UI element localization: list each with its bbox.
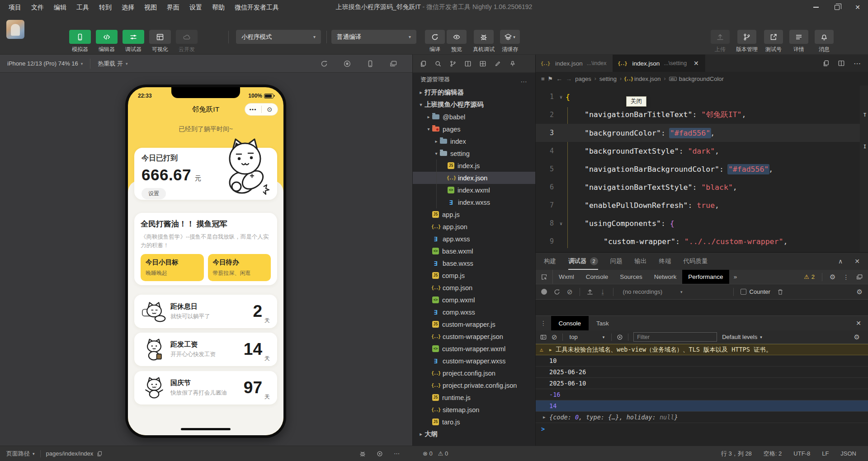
tree-item-comp.wxss[interactable]: ∃comp.wxss [413, 306, 535, 318]
expand-icon[interactable]: ▶ [543, 415, 545, 419]
page-path-selector[interactable]: 页面路径▾ [6, 450, 35, 458]
record-icon[interactable] [541, 289, 547, 295]
simulator-refresh-icon[interactable] [321, 60, 328, 67]
action-详情[interactable]: 详情 [789, 30, 808, 53]
perf-settings-icon[interactable]: ⚙ [857, 288, 863, 296]
open-changes-icon[interactable] [823, 60, 829, 66]
countdown-card[interactable]: 距发工资开开心心快发工资14天 [134, 333, 277, 366]
language-mode[interactable]: JSON [840, 450, 856, 457]
tree-item-打开的编辑器[interactable]: ▸打开的编辑器 [413, 86, 535, 99]
console-log[interactable]: ⚠▶工具未校验合法域名、web-view（业务域名）、TLS 版本以及 HTTP… [536, 344, 868, 446]
problems-counts[interactable]: ⊗ 0 ⚠ 0 [423, 450, 448, 457]
expand-icon[interactable]: ▶ [549, 348, 552, 352]
menu-视图[interactable]: 视图 [139, 0, 162, 14]
split-editor-icon[interactable] [465, 61, 471, 67]
console-row-3[interactable]: 2025-06-10 [536, 378, 868, 389]
hot-reload-toggle[interactable]: 热重载 开▾ [98, 60, 135, 68]
drawer-tab-Task[interactable]: Task [589, 316, 617, 330]
save-profile-icon[interactable]: ⭳ [600, 288, 606, 296]
console-settings-icon[interactable]: ⚙ [854, 333, 863, 341]
undock-icon[interactable] [856, 274, 863, 280]
tree-item-runtime.js[interactable]: JSruntime.js [413, 391, 535, 404]
breadcrumb-backgroundColor[interactable]: abcbackgroundColor [669, 75, 724, 82]
code-area[interactable]: 1∨{2"navigationBarTitleText": "邻兔跃IT",3"… [536, 85, 868, 252]
counter-checkbox[interactable]: Counter [741, 288, 770, 295]
tree-item-app.wxss[interactable]: ∃app.wxss [413, 233, 535, 245]
fold-icon[interactable]: ∨ [557, 94, 566, 99]
layout-grid-icon[interactable] [480, 61, 486, 67]
statusbar-more-icon[interactable]: ⋯ [394, 450, 400, 457]
encoding[interactable]: UTF-8 [793, 450, 810, 457]
context-select[interactable]: top▾ [568, 334, 607, 340]
panel-tab-终端[interactable]: 终端 [659, 253, 671, 270]
toggle-调试器[interactable]: 调试器 [123, 30, 144, 53]
eol[interactable]: LF [822, 450, 829, 457]
git-branch-icon[interactable] [450, 61, 456, 67]
devtools-tab-Console[interactable]: Console [580, 270, 614, 284]
breadcrumb-index.json[interactable]: {..}index.json [625, 75, 661, 82]
tree-item-comp.json[interactable]: {..}comp.json [413, 282, 535, 294]
menu-编辑[interactable]: 编辑 [49, 0, 71, 14]
action-真机调试[interactable]: 真机调试 [473, 30, 495, 53]
drawer-close-icon[interactable]: ✕ [856, 320, 868, 327]
tree-item-pages[interactable]: ▾pages [413, 123, 535, 135]
tree-item-app.json[interactable]: {..}app.json [413, 221, 535, 233]
action-清缓存[interactable]: ▾清缓存 [500, 30, 520, 53]
tree-item-setting[interactable]: ▾setting [413, 147, 535, 160]
menu-转到[interactable]: 转到 [94, 0, 117, 14]
indentation[interactable]: 空格: 2 [764, 450, 782, 458]
user-avatar[interactable] [6, 20, 24, 39]
device-selector[interactable]: iPhone 12/13 (Pro) 74% 16▾ [7, 60, 90, 67]
pin-icon[interactable] [509, 61, 516, 67]
tree-item-comp.wxml[interactable]: <>comp.wxml [413, 294, 535, 306]
trash-icon[interactable] [777, 289, 783, 295]
load-profile-icon[interactable] [587, 289, 593, 295]
editor-scrollbar[interactable]: TI [860, 85, 868, 252]
editor-tab-setting[interactable]: {..}index.json...\setting✕ [613, 55, 705, 72]
tree-item-@babel[interactable]: ▸@babel [413, 111, 535, 123]
simulator-multiwindow-icon[interactable] [390, 60, 397, 67]
panel-tab-问题[interactable]: 问题 [610, 253, 623, 270]
statusbar-target-icon[interactable] [377, 451, 383, 457]
tree-item-custom-wrapper.json[interactable]: {..}custom-wrapper.json [413, 330, 535, 343]
copy-path-icon[interactable] [97, 451, 102, 456]
simulator-device-icon[interactable] [367, 60, 374, 67]
log-levels-select[interactable]: Default levels▾ [722, 334, 762, 340]
settings-button[interactable]: 设置 [142, 188, 166, 199]
devtools-kebab-icon[interactable]: ⋮ [843, 273, 849, 281]
search-icon[interactable] [435, 61, 441, 67]
warnings-chip[interactable]: ⚠2 [804, 273, 815, 280]
countdown-card[interactable]: 国庆节快放假了再打会儿酱油97天 [134, 371, 277, 405]
tree-item-index.wxml[interactable]: <>index.wxml [413, 184, 535, 196]
fold-icon[interactable]: ∨ [557, 221, 566, 226]
minimize-button[interactable] [806, 0, 826, 14]
devtools-tab-Network[interactable]: Network [648, 270, 683, 284]
inspect-element-icon[interactable] [536, 270, 553, 284]
tree-item-sitemap.json[interactable]: {..}sitemap.json [413, 404, 535, 416]
menu-文件[interactable]: 文件 [26, 0, 49, 14]
menu-帮助[interactable]: 帮助 [207, 0, 230, 14]
collapse-panel-icon[interactable]: ∧ [838, 258, 843, 265]
panel-tab-调试器[interactable]: 调试器2 [568, 253, 598, 270]
tree-item-app.js[interactable]: JSapp.js [413, 208, 535, 221]
devtools-tab-Sources[interactable]: Sources [614, 270, 648, 284]
drawer-kebab-icon[interactable]: ⋮ [536, 320, 551, 327]
editor-more-icon[interactable]: ⋯ [854, 59, 861, 68]
new-file-icon[interactable] [420, 61, 426, 67]
breadcrumb-setting[interactable]: setting [599, 75, 617, 82]
eye-icon[interactable] [617, 334, 623, 340]
split-editor-icon[interactable] [838, 60, 844, 66]
console-row-7[interactable]: > [536, 423, 868, 434]
menu-项目[interactable]: 项目 [4, 0, 26, 14]
menu-界面[interactable]: 界面 [162, 0, 184, 14]
code-line-9[interactable]: 9"custom-wrapper": "../../custom-wrapper… [536, 232, 868, 250]
tree-item-base.wxss[interactable]: ∃base.wxss [413, 257, 535, 269]
action-消息[interactable]: 消息 [815, 30, 834, 53]
panel-tab-构建[interactable]: 构建 [544, 253, 556, 270]
close-panel-icon[interactable]: ✕ [854, 258, 860, 265]
action-编译[interactable]: 编译 [425, 30, 445, 53]
forward-icon[interactable]: → [566, 75, 572, 82]
action-预览[interactable]: 预览 [447, 30, 467, 53]
console-row-6[interactable]: ▶{code: 0, type: {…}, holiday: null} [536, 412, 868, 423]
panel-tab-代码质量[interactable]: 代码质量 [684, 253, 708, 270]
